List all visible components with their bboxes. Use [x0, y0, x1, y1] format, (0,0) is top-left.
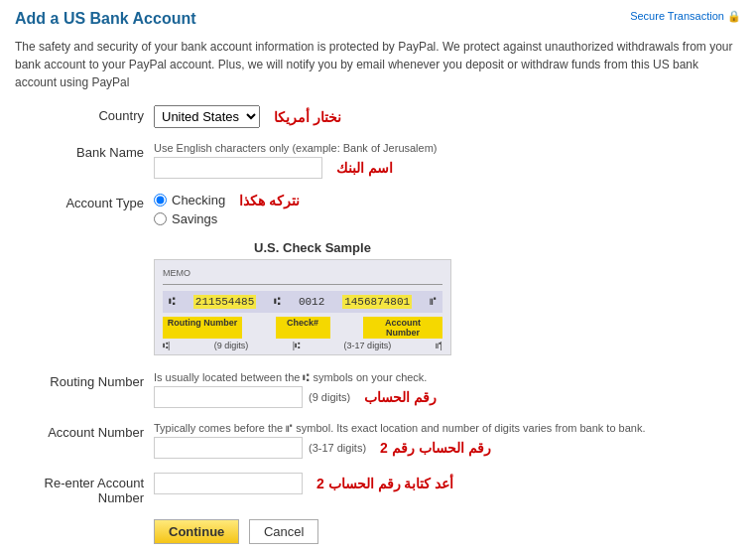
secure-transaction-link[interactable]: Secure Transaction 🔒	[630, 10, 741, 23]
routing-number-input[interactable]	[154, 386, 303, 408]
lock-icon: 🔒	[727, 10, 741, 22]
account-number-digits: (3-17 digits)	[309, 442, 366, 454]
country-select[interactable]: United States	[154, 105, 260, 128]
cancel-button[interactable]: Cancel	[249, 519, 318, 544]
account-number-input[interactable]	[154, 437, 303, 459]
check-routing-symbol-left: ⑆	[169, 296, 176, 308]
account-type-label: Account Type	[25, 193, 154, 210]
reenter-account-annotation: أعد كتابة رقم الحساب 2	[316, 476, 453, 491]
secure-transaction-text: Secure Transaction	[630, 10, 724, 22]
reenter-account-field: أعد كتابة رقم الحساب 2	[154, 473, 741, 494]
account-type-row: Account Type Checking Savings نتركه هكذا	[25, 193, 741, 226]
checking-option[interactable]: Checking	[154, 193, 225, 207]
page-description: The safety and security of your bank acc…	[15, 38, 741, 91]
country-row: Country United States نختار أمريكا	[25, 105, 741, 128]
country-label: Country	[25, 105, 154, 123]
routing-number-row: Routing Number Is usually located betwee…	[25, 371, 741, 408]
checking-radio[interactable]	[154, 194, 167, 207]
bank-name-row: Bank Name Use English characters only (e…	[25, 142, 741, 179]
routing-number-digits: (9 digits)	[309, 391, 350, 403]
bank-name-annotation: اسم البنك	[336, 160, 393, 176]
bank-name-input[interactable]	[154, 157, 322, 179]
reenter-account-row: Re-enter Account Number أعد كتابة رقم ال…	[25, 473, 741, 505]
bank-name-field: Use English characters only (example: Ba…	[154, 142, 741, 179]
savings-option[interactable]: Savings	[154, 211, 225, 226]
check-sample-container: U.S. Check Sample MEMO ⑆ 211554485 ⑆ 001…	[154, 240, 471, 355]
bank-account-form: Country United States نختار أمريكا Bank …	[25, 105, 741, 544]
bank-name-hint: Use English characters only (example: Ba…	[154, 142, 741, 154]
account-type-radio-group: Checking Savings	[154, 193, 225, 226]
country-field: United States نختار أمريكا	[154, 105, 741, 128]
routing-number-field: Is usually located between the ⑆ symbols…	[154, 371, 741, 408]
continue-button[interactable]: Continue	[154, 519, 239, 544]
routing-number-hint: Is usually located between the ⑆ symbols…	[154, 371, 741, 383]
check-labels-row: Routing Number Check# Account Number	[163, 317, 442, 339]
check-routing-symbol-right: ⑆	[274, 296, 281, 308]
check-image: MEMO ⑆ 211554485 ⑆ 0012 1456874801 ⑈ Rou…	[154, 259, 451, 355]
account-number-row: Account Number Typically comes before th…	[25, 422, 741, 459]
reenter-account-label: Re-enter Account Number	[25, 473, 154, 505]
check-routing-symbols-right: |⑆	[293, 341, 300, 350]
check-account-symbols: ⑈|	[436, 341, 442, 350]
buttons-row: Continue Cancel	[154, 519, 741, 544]
account-type-annotation: نتركه هكذا	[239, 193, 300, 208]
savings-radio[interactable]	[154, 212, 167, 225]
account-type-field: Checking Savings نتركه هكذا	[154, 193, 741, 226]
checking-label: Checking	[172, 193, 225, 207]
account-number-label: Account Number	[25, 422, 154, 440]
routing-number-annotation: رقم الحساب	[364, 389, 437, 405]
check-label-account: Account Number	[363, 317, 442, 339]
check-digits-row: ⑆| (9 digits) |⑆ (3-17 digits) ⑈|	[163, 341, 442, 350]
check-account-number: 1456874801	[342, 295, 412, 309]
account-number-hint: Typically comes before the ⑈ symbol. Its…	[154, 422, 741, 434]
check-label-check: Check#	[276, 317, 330, 339]
check-label-routing: Routing Number	[163, 317, 242, 339]
check-routing-symbols: ⑆|	[163, 341, 170, 350]
check-account-digits: (3-17 digits)	[344, 341, 392, 350]
check-routing-number: 211554485	[193, 295, 256, 309]
routing-number-label: Routing Number	[25, 371, 154, 389]
savings-label: Savings	[172, 211, 217, 226]
check-account-symbol: ⑈	[430, 296, 437, 308]
check-numbers-row: ⑆ 211554485 ⑆ 0012 1456874801 ⑈	[163, 291, 442, 313]
check-memo: MEMO	[163, 268, 442, 278]
account-number-field: Typically comes before the ⑈ symbol. Its…	[154, 422, 741, 459]
check-number-value: 0012	[299, 296, 324, 308]
check-sample-title: U.S. Check Sample	[154, 240, 471, 255]
bank-name-label: Bank Name	[25, 142, 154, 160]
country-annotation: نختار أمريكا	[274, 109, 341, 125]
account-number-annotation: رقم الحساب رقم 2	[380, 440, 490, 456]
reenter-account-input[interactable]	[154, 473, 303, 494]
check-routing-digits: (9 digits)	[214, 341, 249, 350]
